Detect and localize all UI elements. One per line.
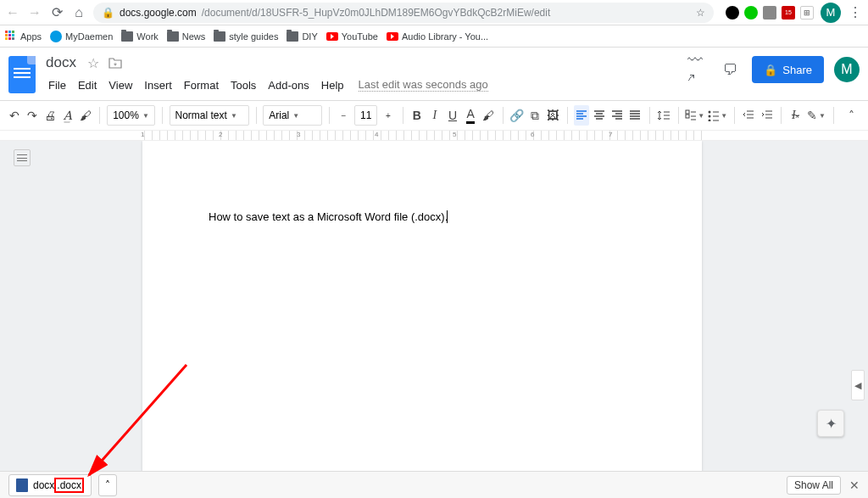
menu-tools[interactable]: Tools — [225, 77, 262, 93]
align-center-button[interactable] — [593, 105, 607, 126]
comments-button[interactable]: 🗩 — [720, 59, 742, 81]
svg-rect-0 — [686, 110, 689, 114]
bookmark-diy[interactable]: DIY — [287, 31, 317, 42]
outdent-button[interactable] — [742, 105, 756, 126]
spellcheck-button[interactable]: A̲ — [60, 105, 75, 126]
align-justify-button[interactable] — [628, 105, 643, 126]
last-edit-info[interactable]: Last edit was seconds ago — [359, 78, 488, 92]
move-button[interactable] — [107, 54, 124, 71]
url-host: docs.google.com — [120, 7, 197, 19]
font-select[interactable]: Arial▼ — [263, 105, 322, 126]
ext-icon-4[interactable]: 15 — [782, 6, 795, 20]
bullet-list-button[interactable]: ▼ — [708, 105, 727, 126]
highlight-button[interactable]: 🖌 — [481, 105, 496, 126]
italic-button[interactable]: I — [427, 105, 442, 126]
browser-nav-bar: ← → ⟳ ⌂ 🔒 docs.google.com/document/d/18U… — [0, 0, 868, 25]
document-text: How to save text as a Microsoft Word fil… — [209, 210, 448, 223]
toolbar: ↶ ↷ 🖨 A̲ 🖌 100%▼ Normal text▼ Arial▼ − 1… — [0, 100, 868, 131]
paint-format-button[interactable]: 🖌 — [78, 105, 92, 126]
text-color-button[interactable]: A — [464, 105, 478, 126]
back-button[interactable]: ← — [5, 5, 20, 20]
svg-point-2 — [709, 111, 711, 114]
svg-rect-1 — [686, 115, 689, 118]
print-button[interactable]: 🖨 — [42, 105, 57, 126]
redo-button[interactable]: ↷ — [25, 105, 39, 126]
menu-help[interactable]: Help — [315, 77, 350, 93]
zoom-select[interactable]: 100%▼ — [107, 105, 155, 126]
indent-button[interactable] — [760, 105, 774, 126]
chrome-avatar[interactable]: M — [821, 3, 841, 23]
line-spacing-button[interactable] — [657, 105, 671, 126]
ext-icon-2[interactable] — [744, 6, 758, 20]
horizontal-ruler[interactable]: 1 2 3 4 5 6 7 — [0, 131, 868, 141]
word-file-icon — [16, 478, 28, 492]
clear-format-button[interactable]: Ix — [788, 105, 803, 126]
download-filename: docx.docx — [33, 479, 84, 491]
bookmark-mydaemen[interactable]: MyDaemen — [50, 31, 113, 42]
docs-logo[interactable] — [8, 56, 36, 93]
bold-button[interactable]: B — [409, 105, 424, 126]
address-bar[interactable]: 🔒 docs.google.com/document/d/18USFR-5_Hu… — [93, 3, 714, 23]
menu-addons[interactable]: Add-ons — [262, 77, 314, 93]
vertical-ruler[interactable] — [0, 141, 12, 471]
side-panel-toggle[interactable]: ◀ — [851, 370, 865, 400]
url-path: /document/d/18USFR-5_HupVz0m0JLhDM189EM6… — [202, 7, 551, 19]
font-size-input[interactable]: 11 — [354, 105, 377, 126]
document-title[interactable]: docx — [42, 54, 80, 71]
chrome-menu[interactable]: ⋮ — [848, 5, 863, 20]
insert-comment-button[interactable]: ⧉ — [528, 105, 542, 126]
user-avatar[interactable]: M — [834, 57, 860, 82]
bookmark-audio-library[interactable]: Audio Library - You... — [387, 31, 488, 42]
menu-edit[interactable]: Edit — [72, 77, 103, 93]
docs-header: docx ☆ File Edit View Insert Format Tool… — [0, 48, 868, 95]
forward-button[interactable]: → — [27, 5, 42, 20]
editor-area: How to save text as a Microsoft Word fil… — [0, 141, 868, 471]
underline-button[interactable]: U — [445, 105, 459, 126]
checklist-button[interactable]: ▼ — [685, 105, 704, 126]
undo-button[interactable]: ↶ — [7, 105, 21, 126]
align-right-button[interactable] — [610, 105, 625, 126]
insert-image-button[interactable]: 🖼 — [546, 105, 560, 126]
bookmark-youtube[interactable]: YouTube — [326, 31, 378, 42]
download-item[interactable]: docx.docx — [8, 474, 92, 496]
bookmark-news[interactable]: News — [167, 31, 206, 42]
menu-file[interactable]: File — [42, 77, 72, 93]
explore-button[interactable]: ✦ — [817, 410, 844, 437]
star-button[interactable]: ☆ — [85, 54, 102, 71]
ext-icon-3[interactable] — [763, 6, 776, 20]
insert-link-button[interactable]: 🔗 — [509, 105, 524, 126]
collapse-toolbar-button[interactable]: ˄ — [841, 105, 861, 126]
close-downloads-bar[interactable]: ✕ — [849, 478, 860, 492]
outline-button[interactable] — [14, 149, 31, 166]
text-cursor — [447, 210, 448, 223]
bookmarks-bar: Apps MyDaemen Work News style guides DIY… — [0, 25, 868, 48]
share-button[interactable]: 🔒Share — [752, 56, 824, 83]
font-size-inc[interactable]: + — [381, 105, 395, 126]
reload-button[interactable]: ⟳ — [49, 5, 64, 20]
font-size-dec[interactable]: − — [337, 105, 351, 126]
activity-button[interactable]: 〰↗ — [687, 59, 709, 81]
menu-view[interactable]: View — [103, 77, 138, 93]
bookmark-style-guides[interactable]: style guides — [214, 31, 278, 42]
show-all-downloads-button[interactable]: Show All — [787, 476, 841, 495]
downloads-bar: docx.docx ˄ Show All ✕ — [0, 471, 868, 498]
home-button[interactable]: ⌂ — [71, 5, 86, 20]
ext-icon-5[interactable]: ⊞ — [800, 6, 814, 20]
editing-mode-button[interactable]: ✎▼ — [806, 105, 826, 126]
menu-bar: File Edit View Insert Format Tools Add-o… — [42, 75, 681, 95]
svg-point-4 — [709, 120, 711, 122]
bookmark-work[interactable]: Work — [121, 31, 158, 42]
apps-button[interactable]: Apps — [5, 31, 42, 42]
paragraph-style-select[interactable]: Normal text▼ — [170, 105, 249, 126]
align-left-button[interactable] — [574, 105, 588, 126]
document-page[interactable]: How to save text as a Microsoft Word fil… — [142, 141, 702, 471]
extension-bar: 15 ⊞ — [726, 6, 814, 20]
menu-format[interactable]: Format — [178, 77, 225, 93]
ext-icon-1[interactable] — [726, 6, 739, 20]
svg-point-3 — [709, 115, 711, 118]
menu-insert[interactable]: Insert — [138, 77, 178, 93]
download-menu-button[interactable]: ˄ — [98, 474, 117, 496]
